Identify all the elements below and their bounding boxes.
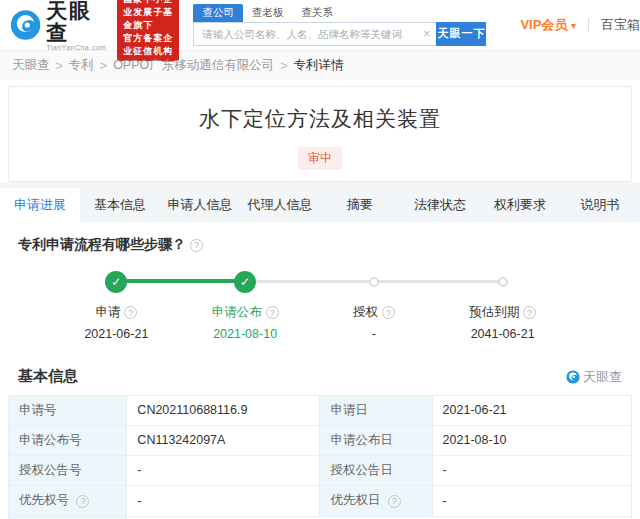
help-icon[interactable]: ? — [382, 306, 395, 319]
tianyancha-logo-icon — [10, 8, 41, 42]
step-label: 申请 — [95, 304, 120, 321]
search-tabs: 查公司 查老板 查关系 — [193, 5, 486, 22]
status-badge: 审中 — [298, 147, 342, 170]
cell-label: 申请日 — [320, 396, 432, 426]
cell-value: - — [127, 456, 320, 486]
patent-timeline: ✓ 申请? 2021-06-21 ✓ 申请公布? 2021-08-10 授权? … — [52, 270, 567, 341]
process-heading-text: 专利申请流程有哪些步骤？ — [18, 236, 186, 254]
cell-label: 授权公告日 — [320, 456, 432, 486]
check-circle-icon: ✓ — [105, 271, 127, 293]
check-circle-icon: ✓ — [234, 271, 256, 293]
timeline-step-application: ✓ 申请? 2021-06-21 — [52, 270, 181, 341]
tianyancha-watermark-icon — [566, 370, 580, 384]
tab-specification[interactable]: 说明书 — [560, 188, 640, 222]
tab-application-progress[interactable]: 申请进展 — [0, 188, 80, 222]
tab-abstract[interactable]: 摘要 — [320, 188, 400, 222]
watermark-text: 天眼查 — [583, 368, 622, 386]
help-icon[interactable]: ? — [266, 306, 279, 319]
clear-icon[interactable]: × — [423, 27, 430, 41]
breadcrumb-separator: > — [280, 59, 287, 73]
breadcrumb: 天眼查 > 专利 > OPPO广东移动通信有限公司 > 专利详情 — [0, 50, 640, 80]
main-content: 专利申请流程有哪些步骤？ ? ✓ 申请? 2021-06-21 ✓ 申请公布? … — [0, 236, 640, 519]
pending-circle-icon — [498, 277, 508, 287]
search-input-wrap: × — [193, 22, 436, 46]
toolbox-link[interactable]: 百宝箱 — [601, 16, 640, 34]
divider — [588, 18, 589, 32]
basic-info-header: 基本信息 天眼查 — [18, 367, 622, 386]
timeline-steps: ✓ 申请? 2021-06-21 ✓ 申请公布? 2021-08-10 授权? … — [52, 270, 567, 341]
step-date: - — [372, 327, 376, 341]
pending-circle-icon — [369, 277, 379, 287]
timeline-step-grant: 授权? - — [310, 270, 439, 341]
cell-label: 申请公布日 — [320, 426, 432, 456]
cell-label: 申请公布号 — [9, 426, 127, 456]
help-icon[interactable]: ? — [190, 239, 203, 252]
vip-label: VIP会员 — [520, 17, 567, 32]
chevron-down-icon: ▾ — [571, 20, 576, 31]
search-tab-company[interactable]: 查公司 — [193, 4, 243, 22]
timeline-step-expiry: 预估到期? 2041-06-21 — [438, 270, 567, 341]
logo-domain: TianYanCha.com — [46, 44, 109, 51]
step-label: 预估到期 — [469, 304, 519, 321]
table-row: 申请号 CN202110688116.9 申请日 2021-06-21 — [9, 396, 632, 426]
search-area: 查公司 查老板 查关系 × 天眼一下 — [193, 5, 486, 46]
breadcrumb-home[interactable]: 天眼查 — [12, 57, 50, 74]
cell-value: 2021-08-10 — [432, 426, 631, 456]
cell-value: CN113242097A — [127, 426, 320, 456]
tab-legal-status[interactable]: 法律状态 — [400, 188, 480, 222]
tab-bar: 申请进展 基本信息 申请人信息 代理人信息 摘要 法律状态 权利要求 说明书 — [0, 188, 640, 222]
tab-agent-info[interactable]: 代理人信息 — [240, 188, 320, 222]
tab-basic-info[interactable]: 基本信息 — [80, 188, 160, 222]
cell-value: - — [432, 486, 631, 517]
logo-text: 天眼查 TianYanCha.com — [46, 0, 109, 51]
top-bar: 天眼查 TianYanCha.com 国家中小企业发展子基金旗下 官方备案企业征… — [0, 0, 640, 50]
cell-label: 优先权号 ? — [9, 486, 127, 517]
cell-label: 优先权日 ? — [320, 486, 432, 517]
search-input[interactable] — [194, 23, 436, 45]
search-tab-relation[interactable]: 查关系 — [292, 4, 342, 22]
vip-member-link[interactable]: VIP会员 ▾ — [520, 16, 576, 34]
tab-claims[interactable]: 权利要求 — [480, 188, 560, 222]
topbar-right: VIP会员 ▾ 百宝箱 — [520, 16, 640, 34]
breadcrumb-separator: > — [100, 59, 107, 73]
page-title: 水下定位方法及相关装置 — [9, 105, 631, 133]
cell-value: 2021-06-21 — [432, 396, 631, 426]
step-date: 2041-06-21 — [471, 327, 535, 341]
cell-value: CN202110688116.9 — [127, 396, 320, 426]
cell-label: 申请号 — [9, 396, 127, 426]
breadcrumb-patent[interactable]: 专利 — [69, 57, 94, 74]
help-icon[interactable]: ? — [76, 495, 89, 508]
step-label: 申请公布 — [212, 304, 262, 321]
search-tab-boss[interactable]: 查老板 — [243, 4, 293, 22]
basic-info-table: 申请号 CN202110688116.9 申请日 2021-06-21 申请公布… — [8, 395, 632, 519]
breadcrumb-company[interactable]: OPPO广东移动通信有限公司 — [113, 57, 274, 74]
tianyancha-logo[interactable]: 天眼查 TianYanCha.com — [10, 0, 109, 51]
cell-value: - — [127, 486, 320, 517]
tab-band: 申请进展 基本信息 申请人信息 代理人信息 摘要 法律状态 权利要求 说明书 — [0, 182, 640, 222]
logo-name: 天眼查 — [46, 0, 109, 44]
gov-badge-line2: 官方备案企业征信机构 — [123, 32, 173, 58]
help-icon[interactable]: ? — [388, 495, 401, 508]
step-label: 授权 — [353, 304, 378, 321]
help-icon[interactable]: ? — [523, 306, 536, 319]
table-row: 优先权号 ? - 优先权日 ? - — [9, 486, 632, 517]
step-date: 2021-06-21 — [84, 327, 148, 341]
step-date: 2021-08-10 — [213, 327, 277, 341]
breadcrumb-current: 专利详情 — [294, 57, 344, 74]
help-icon[interactable]: ? — [124, 306, 137, 319]
timeline-step-publication: ✓ 申请公布? 2021-08-10 — [181, 270, 310, 341]
search-button[interactable]: 天眼一下 — [436, 22, 486, 46]
table-row: 授权公告号 - 授权公告日 - — [9, 456, 632, 486]
tianyancha-watermark: 天眼查 — [566, 368, 622, 386]
tab-applicant-info[interactable]: 申请人信息 — [160, 188, 240, 222]
cell-value: - — [432, 456, 631, 486]
patent-title-card: 水下定位方法及相关装置 审中 — [8, 86, 632, 182]
process-heading: 专利申请流程有哪些步骤？ ? — [18, 236, 632, 254]
breadcrumb-separator: > — [56, 59, 63, 73]
table-row: 申请公布号 CN113242097A 申请公布日 2021-08-10 — [9, 426, 632, 456]
gov-certification-badge: 国家中小企业发展子基金旗下 官方备案企业征信机构 — [117, 0, 179, 61]
gov-badge-line1: 国家中小企业发展子基金旗下 — [123, 0, 173, 32]
cell-label: 授权公告号 — [9, 456, 127, 486]
basic-info-title: 基本信息 — [18, 367, 78, 386]
search-row: × 天眼一下 — [193, 22, 486, 46]
